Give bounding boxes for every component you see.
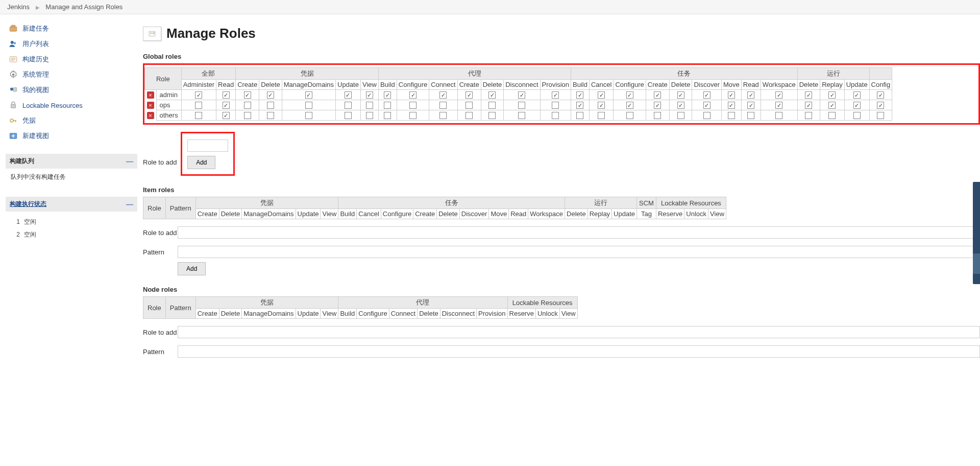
permission-checkbox[interactable] <box>345 102 352 109</box>
permission-checkbox[interactable] <box>576 102 583 109</box>
permission-checkbox[interactable] <box>366 112 373 119</box>
permission-checkbox[interactable] <box>465 91 473 99</box>
permission-checkbox[interactable] <box>598 102 605 109</box>
global-add-button[interactable]: Add <box>187 156 215 169</box>
permission-checkbox[interactable] <box>805 91 812 99</box>
permission-checkbox[interactable] <box>518 102 525 109</box>
permission-checkbox[interactable] <box>552 112 559 119</box>
sidebar-item-users[interactable]: 用户列表 <box>5 37 138 51</box>
permission-checkbox[interactable] <box>345 91 352 99</box>
page-scrollbar[interactable] <box>973 182 980 284</box>
permission-checkbox[interactable] <box>654 112 661 119</box>
permission-checkbox[interactable] <box>728 91 735 99</box>
permission-checkbox[interactable] <box>223 102 230 109</box>
item-add-button[interactable]: Add <box>178 262 206 275</box>
permission-checkbox[interactable] <box>775 91 782 99</box>
permission-checkbox[interactable] <box>195 112 202 119</box>
sidebar-item-build-history[interactable]: 构建历史 <box>5 52 138 66</box>
permission-checkbox[interactable] <box>877 112 884 119</box>
permission-checkbox[interactable] <box>223 112 230 119</box>
permission-checkbox[interactable] <box>409 91 416 99</box>
breadcrumb-jenkins[interactable]: Jenkins <box>7 3 30 11</box>
permission-checkbox[interactable] <box>366 91 373 99</box>
permission-checkbox[interactable] <box>626 112 633 119</box>
permission-checkbox[interactable] <box>488 91 496 99</box>
permission-checkbox[interactable] <box>626 102 633 109</box>
permission-checkbox[interactable] <box>775 102 782 109</box>
permission-checkbox[interactable] <box>677 102 684 109</box>
permission-checkbox[interactable] <box>488 102 496 109</box>
permission-checkbox[interactable] <box>877 102 884 109</box>
permission-checkbox[interactable] <box>195 91 202 99</box>
permission-checkbox[interactable] <box>728 102 735 109</box>
permission-checkbox[interactable] <box>439 91 447 99</box>
permission-checkbox[interactable] <box>384 91 391 99</box>
permission-checkbox[interactable] <box>465 112 473 119</box>
permission-checkbox[interactable] <box>703 91 710 99</box>
permission-checkbox[interactable] <box>439 112 447 119</box>
sidebar-item-new-job[interactable]: 新建任务 <box>5 21 138 36</box>
permission-checkbox[interactable] <box>244 102 251 109</box>
permission-checkbox[interactable] <box>747 91 754 99</box>
item-pattern-input[interactable] <box>178 246 980 258</box>
permission-checkbox[interactable] <box>244 91 251 99</box>
permission-checkbox[interactable] <box>465 102 473 109</box>
permission-checkbox[interactable] <box>195 102 202 109</box>
permission-checkbox[interactable] <box>305 112 312 119</box>
permission-checkbox[interactable] <box>654 91 661 99</box>
global-role-to-add-input[interactable] <box>187 139 228 152</box>
sidebar-item-new-view[interactable]: 新建视图 <box>5 129 138 143</box>
permission-checkbox[interactable] <box>853 91 861 99</box>
permission-checkbox[interactable] <box>747 102 754 109</box>
permission-checkbox[interactable] <box>267 112 274 119</box>
delete-role-icon[interactable]: × <box>147 112 154 119</box>
permission-checkbox[interactable] <box>384 102 391 109</box>
sidebar-item-credentials[interactable]: 凭据 <box>5 113 138 128</box>
permission-checkbox[interactable] <box>828 91 836 99</box>
permission-checkbox[interactable] <box>728 112 735 119</box>
permission-checkbox[interactable] <box>552 102 559 109</box>
item-role-to-add-input[interactable] <box>178 226 980 239</box>
permission-checkbox[interactable] <box>267 91 274 99</box>
permission-checkbox[interactable] <box>828 112 836 119</box>
sidebar-item-lockable[interactable]: Lockable Resources <box>5 98 138 112</box>
breadcrumb-manage-roles[interactable]: Manage and Assign Roles <box>45 3 122 11</box>
permission-checkbox[interactable] <box>244 112 251 119</box>
permission-checkbox[interactable] <box>828 102 836 109</box>
permission-checkbox[interactable] <box>703 102 710 109</box>
permission-checkbox[interactable] <box>345 112 352 119</box>
permission-checkbox[interactable] <box>598 112 605 119</box>
permission-checkbox[interactable] <box>552 91 559 99</box>
delete-role-icon[interactable]: × <box>147 102 154 109</box>
node-role-to-add-input[interactable] <box>178 326 980 338</box>
executor-title[interactable]: 构建执行状态 <box>10 200 46 208</box>
collapse-icon[interactable]: — <box>126 157 133 166</box>
permission-checkbox[interactable] <box>703 112 710 119</box>
permission-checkbox[interactable] <box>677 112 684 119</box>
permission-checkbox[interactable] <box>677 91 684 99</box>
permission-checkbox[interactable] <box>439 102 447 109</box>
permission-checkbox[interactable] <box>518 112 525 119</box>
permission-checkbox[interactable] <box>384 112 391 119</box>
permission-checkbox[interactable] <box>576 91 583 99</box>
permission-checkbox[interactable] <box>853 112 861 119</box>
permission-checkbox[interactable] <box>747 112 754 119</box>
permission-checkbox[interactable] <box>223 91 230 99</box>
node-pattern-input[interactable] <box>178 345 980 358</box>
permission-checkbox[interactable] <box>305 91 312 99</box>
permission-checkbox[interactable] <box>518 91 525 99</box>
permission-checkbox[interactable] <box>654 102 661 109</box>
permission-checkbox[interactable] <box>626 91 633 99</box>
permission-checkbox[interactable] <box>267 102 274 109</box>
collapse-icon[interactable]: — <box>126 200 133 208</box>
permission-checkbox[interactable] <box>409 102 416 109</box>
delete-role-icon[interactable]: × <box>147 91 154 99</box>
permission-checkbox[interactable] <box>775 112 782 119</box>
permission-checkbox[interactable] <box>409 112 416 119</box>
sidebar-item-manage[interactable]: 系统管理 <box>5 67 138 82</box>
permission-checkbox[interactable] <box>366 102 373 109</box>
permission-checkbox[interactable] <box>576 112 583 119</box>
permission-checkbox[interactable] <box>305 102 312 109</box>
permission-checkbox[interactable] <box>853 102 861 109</box>
permission-checkbox[interactable] <box>805 102 812 109</box>
